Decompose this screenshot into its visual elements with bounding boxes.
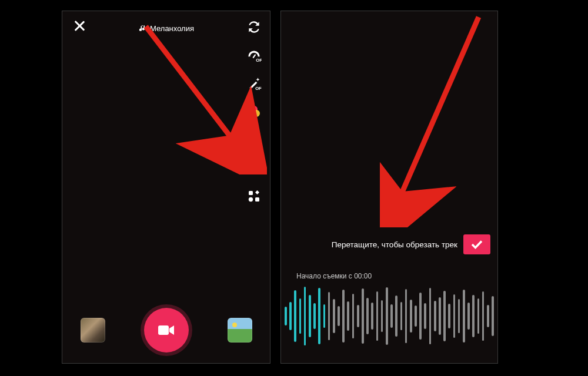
waveform-bar (342, 290, 345, 343)
record-screen: Меланхолия OFF O (62, 11, 270, 364)
beauty-button[interactable]: OFF (246, 76, 262, 91)
annotation-arrow-right (380, 11, 492, 227)
side-toolbar: OFF OFF (246, 19, 262, 204)
waveform-bar (338, 306, 340, 326)
upload-gallery-button[interactable] (228, 318, 252, 343)
waveform-bar (366, 298, 369, 334)
waveform-bar (333, 299, 335, 333)
waveform-bar (390, 304, 393, 328)
waveform-scrubber[interactable] (281, 286, 497, 347)
waveform-bar (429, 288, 432, 344)
waveform-bar (463, 290, 465, 343)
waveform-bar (448, 304, 450, 328)
waveform-bar (400, 302, 403, 330)
waveform-bar (419, 293, 422, 340)
waveform-bar (482, 291, 485, 341)
waveform-bar (458, 299, 460, 333)
waveform-bar (357, 305, 359, 327)
waveform-bar (304, 287, 306, 345)
music-cut-icon (246, 160, 262, 176)
trim-sound-button[interactable] (246, 160, 262, 176)
waveform-bar (313, 303, 316, 329)
bottom-bar (62, 308, 270, 352)
waveform-bar (467, 303, 470, 330)
waveform-bar (376, 291, 379, 341)
trim-sound-screen: Перетащите, чтобы обрезать трек Начало с… (280, 11, 498, 364)
check-icon (470, 239, 483, 250)
svg-rect-7 (252, 133, 256, 135)
waveform-bar (386, 287, 388, 345)
speed-button[interactable]: OFF (246, 48, 262, 63)
waveform-bar (410, 300, 412, 333)
svg-line-14 (146, 26, 242, 152)
music-note-icon (138, 24, 146, 32)
waveform-bar (453, 294, 456, 338)
svg-text:3: 3 (256, 142, 259, 147)
waveform-bar (472, 295, 475, 337)
waveform-bar (477, 298, 480, 334)
video-camera-icon (158, 324, 175, 337)
flip-icon (246, 19, 262, 35)
svg-text:OFF: OFF (256, 58, 262, 63)
waveform-bar (299, 298, 302, 334)
more-button[interactable] (246, 189, 262, 204)
waveform-bar (294, 290, 296, 342)
waveform-bar (362, 288, 364, 344)
flip-camera-button[interactable] (246, 19, 262, 35)
waveform-bar (415, 306, 417, 327)
waveform-bar (285, 307, 287, 325)
timer-button[interactable]: 3 (246, 132, 262, 147)
sound-name: Меланхолия (150, 24, 194, 33)
waveform-bar (352, 294, 355, 338)
waveform-bar (289, 302, 292, 330)
header: Меланхолия (62, 19, 270, 37)
trim-row: Перетащите, чтобы обрезать трек (281, 234, 497, 254)
waveform-bar (405, 289, 407, 343)
svg-point-11 (249, 197, 253, 202)
waveform-bar (347, 301, 349, 331)
waveform-bar (309, 295, 311, 337)
grid-icon (247, 189, 261, 203)
waveform-bar (328, 292, 330, 340)
waveform-bar (492, 296, 494, 336)
waveform-bar (323, 304, 326, 328)
waveform-bar (439, 297, 441, 335)
timer-icon: 3 (246, 132, 262, 147)
sound-selector[interactable]: Меланхолия (138, 24, 194, 33)
color-filters-icon (247, 105, 261, 119)
recording-start-label: Начало съемки с 00:00 (296, 272, 372, 280)
waveform-bar (371, 303, 373, 330)
waveform-bar (434, 301, 436, 331)
waveform-bar (424, 303, 426, 329)
trim-instruction: Перетащите, чтобы обрезать трек (332, 240, 457, 249)
svg-point-5 (253, 110, 260, 117)
speedometer-icon: OFF (246, 48, 262, 63)
filters-button[interactable] (246, 104, 262, 119)
svg-line-15 (394, 17, 479, 211)
svg-rect-12 (255, 197, 259, 202)
waveform-bar (381, 300, 383, 332)
waveform-bar (443, 291, 446, 341)
svg-rect-10 (249, 191, 253, 195)
close-button[interactable] (73, 19, 86, 32)
magic-wand-icon: OFF (246, 76, 262, 91)
svg-text:OFF: OFF (255, 86, 262, 91)
effects-button[interactable] (81, 318, 105, 343)
waveform-bar (487, 305, 489, 327)
waveform-bar (318, 288, 320, 344)
waveform-bar (395, 296, 397, 337)
record-button[interactable] (144, 308, 189, 352)
svg-rect-13 (158, 325, 169, 335)
confirm-trim-button[interactable] (463, 234, 490, 254)
